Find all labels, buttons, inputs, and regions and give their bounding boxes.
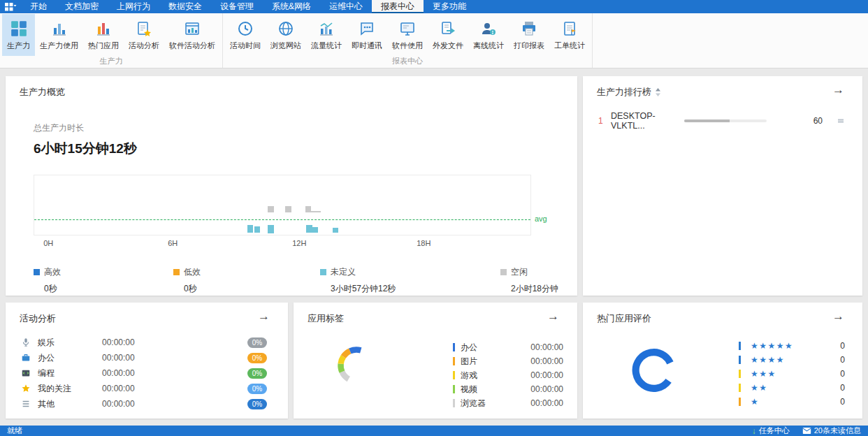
rating-row-4-stars: ★★★★ 0: [739, 353, 845, 367]
ribbon-button-instant-messaging[interactable]: 即时通讯: [347, 14, 387, 56]
ribbon-button-ticket-stats[interactable]: 工单统计: [549, 14, 590, 56]
ribbon-button-outgoing-files[interactable]: 外发文件: [428, 14, 468, 56]
chart-bar: [268, 225, 274, 233]
activity-row-entertainment[interactable]: 娱乐 00:00:00 0%: [6, 335, 288, 350]
ribbon-button-activity-time[interactable]: 活动时间: [225, 14, 266, 56]
activity-row-office[interactable]: 办公 00:00:00 0%: [6, 350, 288, 365]
productivity-overview-card: 生产力概览 总生产力时长 6小时15分钟12秒 avg 0H 6H 12H 18…: [6, 76, 577, 296]
ratings-card-title: 热门应用评价: [597, 312, 651, 325]
ribbon-button-traffic-stats[interactable]: 流量统计: [306, 14, 347, 56]
task-center-button[interactable]: ↓ 任务中心: [752, 426, 790, 436]
menu-item-web-behavior[interactable]: 上网行为: [108, 0, 159, 13]
sort-toggle-icon[interactable]: [655, 88, 661, 96]
download-icon: ↓: [752, 426, 756, 436]
activity-time: 00:00:00: [102, 353, 151, 363]
ribbon-button-print-reports[interactable]: 打印报表: [509, 14, 549, 56]
ranking-card-title: 生产力排行榜: [597, 86, 651, 99]
total-productivity-value: 6小时15分钟12秒: [34, 140, 577, 158]
open-activity-arrow[interactable]: →: [258, 310, 270, 324]
menu-item-more-features[interactable]: 更多功能: [424, 0, 475, 13]
chart-bar: [333, 228, 338, 233]
activity-row-favorites[interactable]: 我的关注 00:00:00 0%: [6, 381, 288, 396]
hot-apps-chart-icon: [95, 18, 112, 39]
rating-color-tick: [739, 384, 741, 392]
ribbon-button-productivity-usage[interactable]: 生产力使用: [35, 14, 83, 56]
activity-label: 办公: [38, 352, 102, 364]
activity-time: 00:00:00: [102, 399, 151, 409]
open-ranking-arrow[interactable]: →: [832, 83, 844, 97]
tag-color-tick: [453, 385, 455, 393]
tag-time: 00:00:00: [530, 356, 563, 366]
menu-item-start[interactable]: 开始: [21, 0, 56, 13]
tag-legend-row: 游戏 00:00:00: [453, 368, 563, 382]
rating-color-tick: [739, 356, 741, 364]
x-tick: 12H: [292, 239, 306, 247]
ticket-stats-icon: [561, 18, 578, 39]
software-usage-icon: [399, 18, 416, 39]
rating-count: 0: [840, 341, 845, 351]
activity-time: 00:00:00: [102, 384, 151, 393]
activity-row-other[interactable]: 其他 00:00:00 0%: [6, 396, 288, 412]
unread-messages-button[interactable]: 20条未读信息: [802, 426, 861, 436]
ribbon-button-browse-websites[interactable]: 浏览网站: [266, 14, 306, 56]
activity-label: 编程: [38, 368, 102, 379]
activity-row-coding[interactable]: 编程 00:00:00 0%: [6, 365, 288, 381]
chart-bar: [247, 225, 253, 233]
rating-row-3-stars: ★★★ 0: [739, 367, 845, 381]
productivity-grid-icon: [10, 18, 28, 39]
rating-count: 0: [840, 383, 845, 393]
ribbon-button-offline-stats[interactable]: 离线统计: [468, 14, 509, 56]
legend-swatch: [173, 269, 180, 275]
app-menu-button[interactable]: [0, 0, 21, 13]
tag-label: 浏览器: [461, 398, 505, 409]
clock-icon: [237, 18, 254, 39]
rank-computer-name: DESKTOP-VLKTL...: [611, 111, 684, 131]
entertainment-icon: [21, 337, 32, 348]
statusbar: 就绪 ↓ 任务中心 20条未读信息: [0, 426, 868, 436]
ribbon-button-label: 软件使用: [392, 41, 423, 51]
ranking-progress-fill: [684, 119, 730, 122]
legend-value: 2小时18分钟: [511, 283, 558, 295]
software-activity-icon: [184, 18, 201, 39]
chart-bar: [268, 206, 274, 212]
menu-item-device-management[interactable]: 设备管理: [211, 0, 263, 13]
printer-icon: [521, 18, 537, 39]
productivity-ranking-card: 生产力排行榜 → 1 DESKTOP-VLKTL... 60: [583, 76, 862, 296]
legend-swatch: [34, 269, 40, 275]
legend-label: 高效: [44, 266, 61, 278]
ribbon-button-productivity[interactable]: 生产力: [2, 14, 35, 56]
activity-percent-badge: 0%: [247, 337, 267, 348]
menu-item-data-security[interactable]: 数据安全: [159, 0, 211, 13]
open-tags-arrow[interactable]: →: [547, 310, 559, 324]
ribbon-button-activity-analysis[interactable]: 活动分析: [124, 14, 164, 56]
offline-stats-icon: [480, 18, 497, 39]
activity-percent-badge: 0%: [247, 399, 267, 409]
ribbon-group-label: 报表中心: [223, 56, 592, 68]
activity-time: 00:00:00: [102, 337, 151, 347]
legend-item-undefined: 未定义 3小时57分钟12秒: [320, 266, 500, 295]
legend-label: 空闲: [511, 266, 528, 278]
legend-swatch: [500, 269, 507, 275]
row-menu-icon[interactable]: [837, 117, 845, 125]
legend-value: 0秒: [44, 283, 173, 295]
ribbon-button-software-activity-analysis[interactable]: 软件活动分析: [164, 14, 220, 56]
overview-card-title: 生产力概览: [20, 86, 65, 99]
tag-legend-row: 办公 00:00:00: [453, 340, 563, 354]
menu-item-report-center[interactable]: 报表中心: [372, 0, 424, 13]
menu-item-system-network[interactable]: 系统&网络: [263, 0, 320, 13]
ranking-row[interactable]: 1 DESKTOP-VLKTL... 60: [583, 111, 862, 131]
menubar: 开始 文档加密 上网行为 数据安全 设备管理 系统&网络 运维中心 报表中心 更…: [0, 0, 868, 13]
ribbon-button-software-usage[interactable]: 软件使用: [387, 14, 428, 56]
tag-color-tick: [453, 399, 455, 407]
productivity-timeline-chart: [34, 175, 531, 235]
rank-number: 1: [598, 116, 611, 126]
x-tick: 0H: [43, 239, 53, 247]
tags-card-title: 应用标签: [308, 312, 344, 325]
ribbon-button-hot-apps[interactable]: 热门应用: [83, 14, 124, 56]
tag-color-tick: [453, 371, 455, 379]
open-ratings-arrow[interactable]: →: [832, 310, 844, 324]
menu-item-doc-encryption[interactable]: 文档加密: [56, 0, 108, 13]
rating-row-1-star: ★ 0: [739, 395, 845, 409]
chart-bar: [285, 206, 291, 212]
menu-item-ops-center[interactable]: 运维中心: [320, 0, 372, 13]
